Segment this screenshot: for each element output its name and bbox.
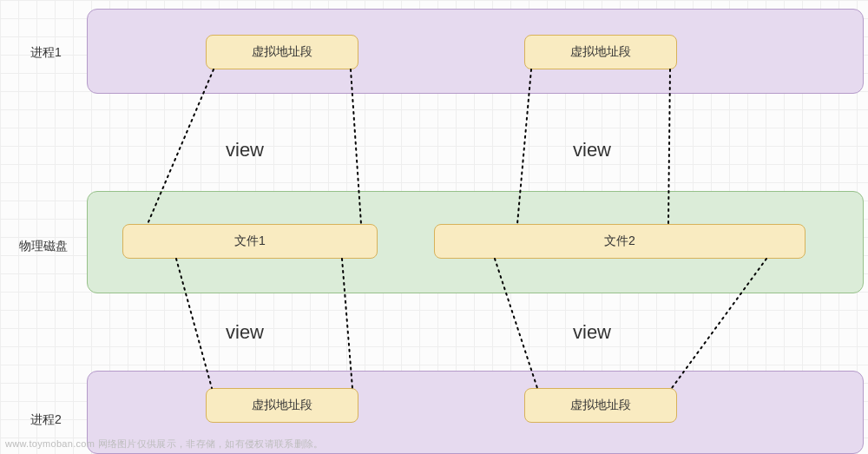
proc1-vaddr1: 虚拟地址段 [206,35,358,69]
proc2-vaddr1: 虚拟地址段 [206,388,358,423]
view-label-bl: view [226,321,264,344]
disk-label: 物理磁盘 [19,239,68,254]
view-label-tr: view [573,139,611,161]
file1-box: 文件1 [122,224,378,259]
proc1-vaddr2: 虚拟地址段 [524,35,677,69]
proc2-vaddr2: 虚拟地址段 [524,388,677,423]
process1-label: 进程1 [30,45,62,61]
process1-container [87,9,864,94]
view-label-br: view [573,321,611,344]
view-label-tl: view [226,139,264,161]
process2-label: 进程2 [30,412,62,428]
file2-box: 文件2 [434,224,806,259]
watermark-text: www.toymoban.com 网络图片仅供展示，非存储，如有侵权请联系删除。 [5,438,323,451]
